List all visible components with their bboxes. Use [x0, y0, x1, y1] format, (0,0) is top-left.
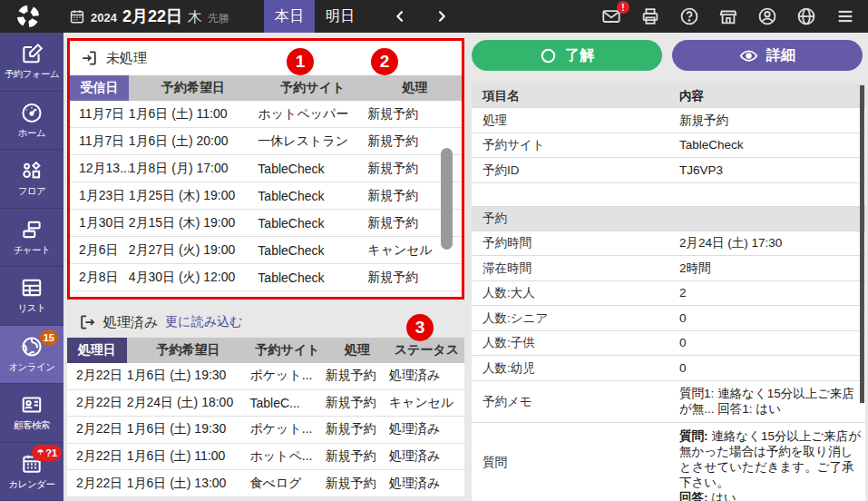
date-year: 2024: [91, 11, 117, 25]
sidebar-item-label: チャート: [14, 244, 51, 257]
app-logo-icon[interactable]: [0, 5, 56, 28]
calendar-alert-badge: ?1: [32, 445, 62, 461]
column-header-content: 内容: [668, 84, 865, 107]
customer-card-icon: [20, 393, 44, 417]
sidebar-item-reservation-form[interactable]: 予約フォーム: [0, 33, 63, 92]
top-bar: 2024 2月22日 木 先勝 本日 明日 !: [0, 0, 868, 33]
column-header-site[interactable]: 予約サイト: [258, 75, 367, 101]
detail-scrollbar-thumb[interactable]: [860, 85, 864, 403]
date-display[interactable]: 2024 2月22日 木 先勝: [69, 5, 229, 27]
sidebar-item-label: 予約フォーム: [5, 68, 60, 81]
table-row[interactable]: 2月22日1月6日 (土) 19:30ポケット...新規予約処理済み: [67, 363, 464, 390]
mail-badge: !: [617, 1, 629, 14]
column-header-item: 項目名: [472, 84, 668, 107]
print-icon[interactable]: [640, 6, 660, 26]
table-row[interactable]: 1月23日1月25日 (木) 19:00TableCheck新規予約: [70, 182, 462, 210]
column-header-status[interactable]: ステータス: [389, 338, 464, 363]
sidebar-item-label: リスト: [18, 302, 46, 315]
sidebar-item-label: 顧客検索: [14, 419, 50, 432]
acknowledge-button[interactable]: 了解: [472, 40, 662, 71]
sidebar-item-label: カレンダー: [9, 478, 55, 491]
list-table-icon: [20, 276, 44, 300]
detail-panel: 了解 詳細 項目名 内容 処理新規予約 予約サイトTableCheck 予約ID…: [468, 33, 868, 501]
column-header-desired-date[interactable]: 予約希望日: [127, 338, 250, 363]
tab-tomorrow[interactable]: 明日: [315, 0, 366, 33]
annotation-marker-2: 2: [371, 48, 398, 75]
column-header-received-date[interactable]: 受信日: [70, 75, 129, 101]
store-icon[interactable]: [718, 6, 738, 26]
load-more-link[interactable]: 更に読み込む: [165, 314, 242, 330]
menu-icon[interactable]: [835, 6, 855, 26]
table-row[interactable]: 12月13...1月8日 (月) 17:00TableCheck新規予約: [70, 155, 462, 182]
unprocessed-scrollbar-thumb[interactable]: [441, 148, 453, 250]
next-day-icon[interactable]: [434, 9, 449, 24]
table-row[interactable]: 1月30日2月15日 (木) 19:00TableCheck新規予約: [70, 210, 462, 237]
sidebar-item-home[interactable]: ホーム: [0, 92, 63, 151]
eye-icon: [739, 46, 758, 65]
detail-section-header: 予約: [472, 207, 865, 231]
table-row[interactable]: 11月7日1月6日 (土) 11:00ホットペッパー新規予約: [70, 101, 462, 128]
detail-row: 処理新規予約: [472, 108, 865, 133]
table-row[interactable]: 11月7日1月6日 (土) 20:00一休レストラン新規予約: [70, 128, 462, 155]
processed-header-row: 処理日 予約希望日 予約サイト 処理 ステータス: [67, 338, 464, 363]
language-globe-icon[interactable]: [796, 6, 816, 26]
detail-row: 人数:幼児0: [472, 356, 865, 381]
unprocessed-header-row: 受信日 予約希望日 予約サイト 処理: [70, 75, 462, 101]
calendar-icon: [69, 8, 85, 25]
mail-icon[interactable]: !: [601, 6, 621, 26]
table-row[interactable]: 2月22日1月6日 (土) 11:00ホットペ...新規予約処理済み: [67, 444, 464, 471]
sign-out-arrow-icon: [78, 313, 96, 331]
tab-today[interactable]: 本日: [264, 0, 315, 33]
online-count-badge: 15: [40, 329, 58, 346]
sidebar-item-label: オンライン: [8, 361, 54, 374]
reservation-detail-table: 項目名 内容 処理新規予約 予約サイトTableCheck 予約IDTJ6VP3…: [472, 84, 865, 501]
sidebar-item-calendar[interactable]: ?1 カレンダー: [0, 443, 63, 501]
circle-ok-icon: [540, 47, 557, 64]
sidebar-item-online[interactable]: 15 オンライン: [0, 326, 63, 385]
sidebar-item-label: フロア: [18, 185, 46, 198]
table-row[interactable]: 2月8日4月30日 (火) 12:00TableCheck新規予約: [70, 264, 462, 291]
annotation-marker-1: 1: [287, 48, 314, 75]
column-header-action[interactable]: 処理: [326, 338, 389, 363]
table-row[interactable]: 2月6日2月27日 (火) 19:00TableCheckキャンセル: [70, 237, 462, 264]
floor-shapes-icon: [20, 159, 44, 182]
date-weekday: 木: [188, 8, 202, 27]
table-row[interactable]: 2月22日2月24日 (土) 18:00TableC...新規予約キャンセル: [67, 390, 464, 418]
prev-day-icon[interactable]: [393, 9, 407, 24]
unprocessed-title: 未処理: [106, 50, 147, 67]
detail-row-memo: 予約メモ 質問1: 連絡なく15分以上ご来店が無... 回答1: はい: [472, 381, 865, 423]
detail-header-row: 項目名 内容: [472, 84, 865, 108]
unprocessed-panel: 未処理 受信日 予約希望日 予約サイト 処理 11月7日1月6日 (土) 11:…: [67, 38, 464, 300]
sidebar-item-chart[interactable]: チャート: [0, 209, 63, 268]
chart-layers-icon: [20, 218, 44, 241]
column-header-site[interactable]: 予約サイト: [249, 338, 325, 363]
column-header-desired-date[interactable]: 予約希望日: [129, 75, 258, 101]
main-lists-area: 1 2 3 未処理 受信日 予約希望日 予約サイト 処理 11月7日1月6日 (…: [63, 33, 468, 501]
detail-row: 予約時間2月24日 (土) 17:30: [472, 231, 865, 257]
help-icon[interactable]: [679, 6, 699, 26]
date-rokuyou: 先勝: [208, 11, 229, 26]
table-row[interactable]: 2月22日1月6日 (土) 19:30ポケット...新規予約処理済み: [67, 417, 464, 444]
date-monthday: 2月22日: [122, 5, 182, 27]
detail-spacer-row: [472, 183, 865, 207]
column-header-action[interactable]: 処理: [367, 75, 462, 101]
sidebar-item-floor[interactable]: フロア: [0, 150, 63, 209]
detail-row: 人数:シニア0: [472, 306, 865, 331]
detail-row: 滞在時間2時間: [472, 256, 865, 281]
sidebar-item-list[interactable]: リスト: [0, 267, 63, 326]
sidebar-item-customer-search[interactable]: 顧客検索: [0, 384, 63, 443]
dashboard-gauge-icon: [20, 101, 44, 124]
top-icon-group: !: [601, 6, 868, 26]
annotation-marker-3: 3: [406, 314, 434, 341]
processed-title: 処理済み: [103, 314, 158, 331]
column-header-processed-date[interactable]: 処理日: [67, 338, 127, 363]
detail-row: 予約サイトTableCheck: [472, 133, 865, 159]
detail-row: 人数:大人2: [472, 281, 865, 307]
detail-row-question: 質問 質問: 連絡なく15分以上ご来店が無かった場合は予約を取り消しとさせていた…: [472, 423, 865, 501]
account-icon[interactable]: [757, 6, 777, 26]
day-tabs: 本日 明日: [264, 0, 366, 33]
processed-panel: 処理済み 更に読み込む 処理日 予約希望日 予約サイト 処理 ステータス 2月2…: [67, 307, 464, 501]
detail-button[interactable]: 詳細: [672, 40, 863, 71]
processed-rows: 2月22日1月6日 (土) 19:30ポケット...新規予約処理済み 2月22日…: [67, 363, 464, 497]
table-row[interactable]: 2月22日1月6日 (土) 13:00食べログ新規予約処理済み: [67, 470, 464, 497]
